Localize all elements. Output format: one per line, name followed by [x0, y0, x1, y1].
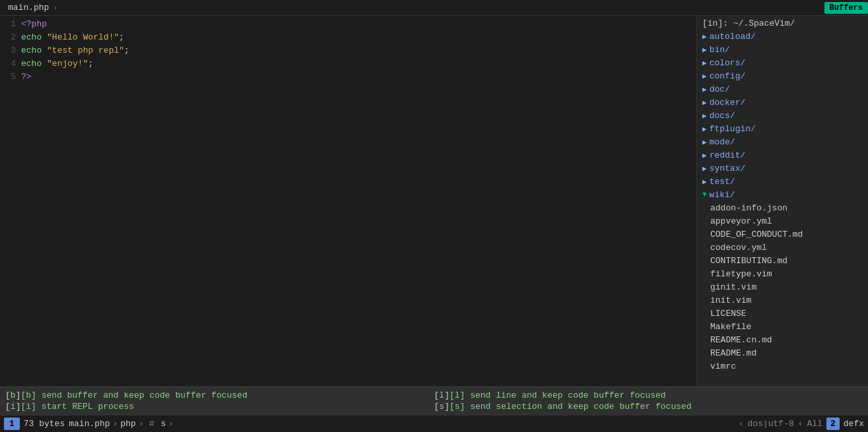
sidebar-file-appveyor[interactable]: appveyor.yml [697, 214, 868, 228]
line-number-1: 1 [3, 19, 16, 29]
sidebar-dir-docs[interactable]: ▶docs/ [697, 109, 868, 122]
code-line-4: 4 echo "enjoy!"; [0, 57, 696, 70]
sidebar-file-readme-cn[interactable]: README.cn.md [697, 333, 868, 346]
arrow-icon: ▶ [702, 138, 707, 146]
arrow-icon: ▶ [702, 98, 707, 107]
sidebar-dir-ftplugin[interactable]: ▶ftplugin/ [697, 122, 868, 135]
hint-b-key: b [11, 390, 16, 400]
sidebar-dir-label: docker/ [710, 98, 746, 108]
sidebar-file-coc[interactable]: CODE_OF_CONDUCT.md [697, 228, 868, 241]
hint-i-bracket-open: [ [5, 402, 11, 412]
arrow-icon: ▶ [702, 111, 707, 120]
sidebar-file-ginit[interactable]: ginit.vim [697, 280, 868, 293]
hint-i-text: [i] start REPL process [20, 402, 134, 412]
hint-row-1: [b][b] send buffer and keep code buffer … [5, 390, 863, 401]
sidebar-dir-label: colors/ [710, 58, 746, 68]
hint-s-bracket-close: ] [444, 402, 450, 412]
sidebar-dir-label: wiki/ [710, 190, 735, 200]
hint-l-key: l [439, 390, 444, 400]
sidebar-dir-autoload[interactable]: ▶autoload/ [697, 30, 868, 43]
tab-filename: main.php [8, 3, 49, 13]
hint-l-text: [l] send line and keep code buffer focus… [450, 390, 666, 400]
status-bytes: 73 bytes [24, 419, 65, 429]
line-number-3: 3 [3, 46, 16, 55]
status-lang: php [120, 419, 135, 429]
arrow-open-icon: ▼ [702, 191, 707, 199]
sidebar-dir-label: docs/ [710, 111, 735, 121]
status-chevron-2: › [139, 419, 144, 429]
code-line-1: 1 <?php [0, 17, 696, 30]
sidebar-dir-label: config/ [710, 71, 746, 81]
sidebar-dir-label: test/ [710, 177, 735, 187]
sidebar-dir-test[interactable]: ▶test/ [697, 175, 868, 188]
code-line-5: 5 ?> [0, 70, 696, 83]
sidebar-dir-reddit[interactable]: ▶reddit/ [697, 148, 868, 162]
hint-l: [l][l] send line and keep code buffer fo… [434, 390, 863, 401]
sidebar-dir-label: ftplugin/ [710, 124, 756, 134]
hint-l-bracket-close: ] [444, 390, 450, 400]
status-hash: # [149, 419, 154, 429]
sidebar-file-filetype[interactable]: filetype.vim [697, 267, 868, 280]
status-right: ‹ dos|utf-8 ‹ All 2 defx [739, 417, 864, 430]
sidebar-dir-bin[interactable]: ▶bin/ [697, 43, 868, 56]
sidebar-header: [in]: ~/.SpaceVim/ [697, 17, 868, 30]
sidebar-file-readme[interactable]: README.md [697, 346, 868, 359]
sidebar-file-license[interactable]: LICENSE [697, 307, 868, 320]
sidebar-dir-label: doc/ [710, 84, 730, 94]
sidebar-dir-label: syntax/ [710, 164, 746, 173]
line-number-2: 2 [3, 32, 16, 42]
sidebar-file-contributing[interactable]: CONTRIBUTING.md [697, 254, 868, 267]
sidebar-dir-doc[interactable]: ▶doc/ [697, 82, 868, 96]
hint-s-text: [s] send selection and keep code buffer … [450, 402, 692, 412]
line-number-4: 4 [3, 59, 16, 69]
arrow-icon: ▶ [702, 125, 707, 133]
line-content-1: <?php [21, 19, 47, 29]
line-number-5: 5 [3, 72, 16, 82]
editor-area[interactable]: 1 <?php 2 echo "Hello World!"; 3 echo "t… [0, 16, 696, 386]
sidebar-dir-config[interactable]: ▶config/ [697, 69, 868, 82]
status-lt-1: ‹ [739, 419, 744, 429]
code-line-2: 2 echo "Hello World!"; [0, 30, 696, 44]
sidebar-file-codecov[interactable]: codecov.yml [697, 241, 868, 254]
sidebar-file-init[interactable]: init.vim [697, 293, 868, 307]
arrow-icon: ▶ [702, 59, 707, 67]
arrow-icon: ▶ [702, 32, 707, 41]
arrow-icon: ▶ [702, 177, 707, 186]
sidebar-dir-docker[interactable]: ▶docker/ [697, 96, 868, 109]
buffers-badge[interactable]: Buffers [824, 2, 868, 14]
hint-s: [s][s] send selection and keep code buff… [434, 401, 863, 412]
hint-s-key: s [439, 402, 444, 412]
sidebar-dir-label: bin/ [710, 45, 730, 55]
hint-row-2: [i][i] start REPL process [s][s] send se… [5, 401, 863, 412]
line-content-4: echo "enjoy!"; [21, 59, 93, 69]
arrow-icon: ▶ [702, 46, 707, 54]
sidebar-dir-syntax[interactable]: ▶syntax/ [697, 162, 868, 175]
line-content-5: ?> [21, 72, 32, 82]
hint-i-key: i [11, 402, 16, 412]
sidebar-dir-colors[interactable]: ▶colors/ [697, 56, 868, 69]
sidebar-dir-wiki[interactable]: ▼wiki/ [697, 188, 868, 201]
status-filename: main.php [69, 419, 110, 429]
tab-main-php[interactable]: main.php › [0, 0, 65, 15]
sidebar-dir-mode[interactable]: ▶mode/ [697, 135, 868, 148]
sidebar-dir-label: reddit/ [710, 150, 746, 160]
hint-i: [i][i] start REPL process [5, 401, 434, 412]
status-encoding: dos|utf-8 [748, 419, 794, 429]
sidebar-file-makefile[interactable]: Makefile [697, 320, 868, 333]
status-chevron-3: › [168, 419, 174, 429]
tab-bar: main.php › Buffers [0, 0, 868, 16]
tab-chevron: › [53, 4, 57, 12]
line-content-2: echo "Hello World!"; [21, 32, 124, 42]
status-num-badge: 2 [826, 417, 840, 430]
sidebar-file-addon[interactable]: addon-info.json [697, 201, 868, 214]
code-line-3: 3 echo "test php repl"; [0, 44, 696, 57]
sidebar: [in]: ~/.SpaceVim/ ▶autoload/ ▶bin/ ▶col… [696, 16, 868, 386]
hint-bar: [b][b] send buffer and keep code buffer … [0, 386, 868, 415]
sidebar-file-vimrc[interactable]: vimrc [697, 359, 868, 373]
hint-b-text: [b] send buffer and keep code buffer foc… [20, 390, 247, 400]
status-all: All [807, 419, 822, 429]
arrow-icon: ▶ [702, 151, 707, 160]
arrow-icon: ▶ [702, 85, 707, 94]
hint-b-bracket-open: [ [5, 390, 11, 400]
line-content-3: echo "test php repl"; [21, 46, 129, 55]
